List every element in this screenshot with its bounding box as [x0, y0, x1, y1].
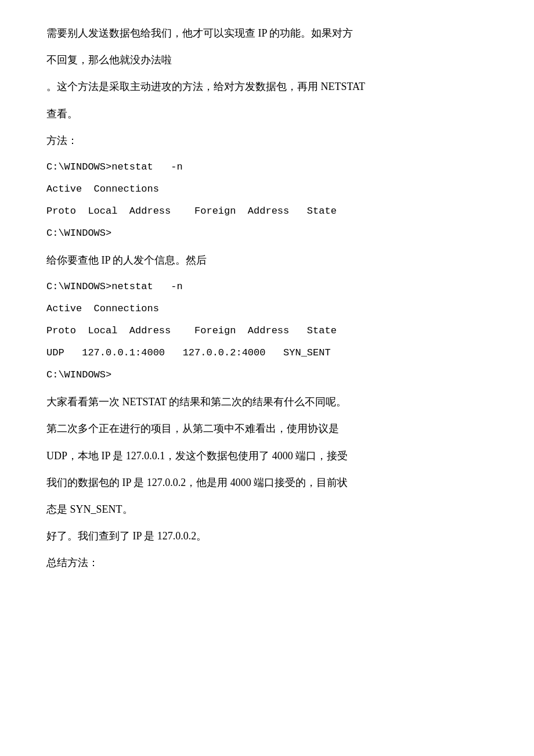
- paragraph-analysis-1: 第二次多个正在进行的项目，从第二项中不难看出，使用协议是: [46, 419, 488, 438]
- code-line-2: Active Connections: [46, 179, 488, 199]
- paragraph-summary-label: 总结方法：: [46, 553, 488, 573]
- code2-line-4: UDP 127.0.0.1:4000 127.0.0.2:4000 SYN_SE…: [46, 343, 488, 363]
- paragraph-result: 好了。我们查到了 IP 是 127.0.0.2。: [46, 526, 488, 546]
- code2-line-2: Active Connections: [46, 299, 488, 319]
- code2-line-5: C:\WINDOWS>: [46, 365, 488, 385]
- paragraph-compare: 大家看看第一次 NETSTAT 的结果和第二次的结果有什么不同呢。: [46, 392, 488, 412]
- paragraph-method-label: 方法：: [46, 131, 488, 150]
- paragraph-send-message: 给你要查他 IP 的人发个信息。然后: [46, 250, 488, 270]
- paragraph-analysis-2: UDP，本地 IP 是 127.0.0.1，发这个数据包使用了 4000 端口，…: [46, 446, 488, 466]
- paragraph-1b: 不回复，那么他就没办法啦: [46, 50, 488, 70]
- code-line-4: C:\WINDOWS>: [46, 224, 488, 243]
- paragraph-analysis-3: 我们的数据包的 IP 是 127.0.0.2，他是用 4000 端口接受的，目前…: [46, 473, 488, 492]
- code2-line-3: Proto Local Address Foreign Address Stat…: [46, 321, 488, 341]
- code2-line-1: C:\WINDOWS>netstat -n: [46, 277, 488, 297]
- paragraph-1d: 查看。: [46, 104, 488, 124]
- paragraph-1c: 。这个方法是采取主动进攻的方法，给对方发数据包，再用 NETSTAT: [46, 77, 488, 96]
- paragraph-1: 需要别人发送数据包给我们，他才可以实现查 IP 的功能。如果对方: [46, 23, 488, 43]
- main-content: 需要别人发送数据包给我们，他才可以实现查 IP 的功能。如果对方 不回复，那么他…: [46, 23, 488, 573]
- code-line-3: Proto Local Address Foreign Address Stat…: [46, 201, 488, 221]
- paragraph-analysis-4: 态是 SYN_SENT。: [46, 499, 488, 519]
- code-line-1: C:\WINDOWS>netstat -n: [46, 157, 488, 177]
